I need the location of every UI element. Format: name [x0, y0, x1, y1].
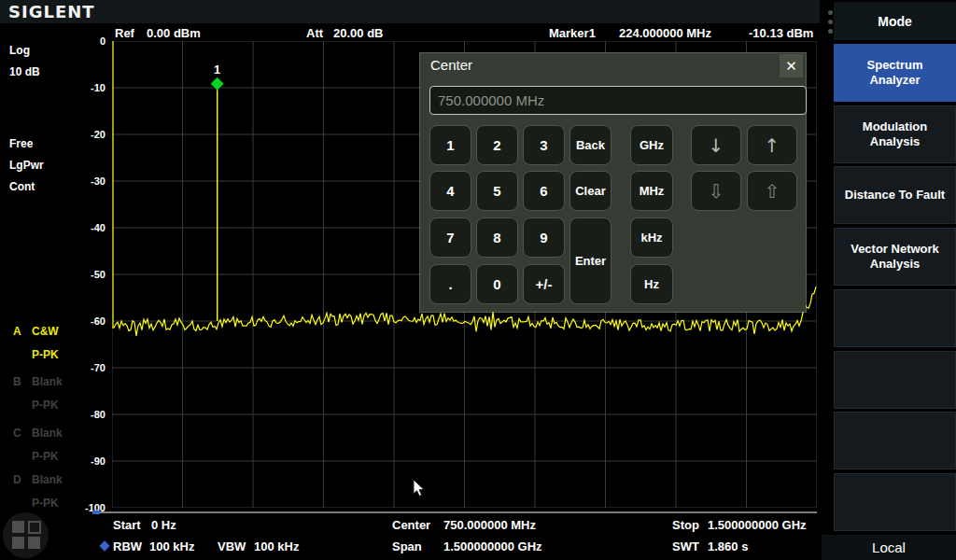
y-axis-label: -50 — [54, 269, 105, 280]
softkey-blank-button[interactable] — [834, 473, 956, 531]
handle-dot-icon — [828, 20, 833, 24]
ref-level-value: 0.00 dBm — [147, 26, 201, 41]
ref-level-label: Ref — [115, 26, 134, 41]
rbw-value: 100 kHz — [149, 539, 194, 553]
arrow-up-icon[interactable]: ↑ — [747, 125, 797, 165]
stop-freq-value: 1.500000000 GHz — [708, 518, 807, 532]
y-axis-label: -70 — [54, 362, 105, 373]
arrow-up-outline-icon[interactable]: ⇧ — [747, 171, 797, 211]
separator-line — [100, 511, 817, 513]
handle-dot-icon — [828, 10, 833, 15]
trace-d-type: Blank — [32, 473, 63, 486]
attenuation-value: 20.00 dB — [333, 26, 383, 41]
attenuation-label: Att — [306, 26, 323, 41]
key-4[interactable]: 4 — [429, 171, 471, 211]
scale-div-label: 10 dB — [9, 65, 40, 78]
softkey-blank-button[interactable] — [834, 289, 956, 347]
vbw-label: VBW — [218, 539, 246, 553]
key-clear[interactable]: Clear — [569, 171, 612, 211]
scale-type-label: Log — [9, 44, 30, 57]
sweep-time-value: 1.860 s — [708, 539, 748, 553]
key-0[interactable]: 0 — [476, 264, 518, 304]
marker-label: Marker1 — [549, 26, 596, 41]
local-button[interactable]: Local — [822, 535, 956, 560]
marker-amplitude: -10.13 dBm — [749, 26, 813, 41]
key-7[interactable]: 7 — [429, 217, 471, 258]
mode-modulation-analysis-button[interactable]: Modulation Analysis — [834, 105, 956, 163]
dialog-title: Center — [430, 57, 472, 73]
arrow-down-icon[interactable]: ↓ — [691, 125, 741, 165]
key-unit-khz[interactable]: kHz — [630, 217, 673, 258]
close-icon[interactable]: ✕ — [780, 54, 803, 77]
sweep-time-label: SWT — [672, 539, 699, 553]
marker-frequency: 224.000000 MHz — [619, 26, 711, 41]
mode-spectrum-analyzer-button[interactable]: Spectrum Analyzer — [834, 44, 956, 102]
softkey-blank-button[interactable] — [834, 412, 956, 469]
trace-a-id: A — [13, 325, 21, 338]
vbw-value: 100 kHz — [254, 539, 299, 553]
key-unit-mhz[interactable]: MHz — [630, 171, 673, 211]
grid-square-icon — [28, 537, 40, 549]
span-label: Span — [392, 539, 422, 553]
start-freq-value: 0 Hz — [151, 518, 176, 532]
y-axis-label: -10 — [54, 82, 105, 93]
key-6[interactable]: 6 — [523, 171, 565, 211]
center-freq-value: 750.000000 MHz — [443, 518, 536, 532]
trace-c-type: Blank — [32, 427, 63, 440]
rbw-label: RBW — [113, 539, 142, 553]
detector-label: LgPwr — [9, 159, 44, 172]
frequency-input[interactable] — [429, 86, 807, 115]
key-2[interactable]: 2 — [476, 125, 518, 165]
key-5[interactable]: 5 — [476, 171, 518, 211]
y-axis-label: -80 — [54, 409, 105, 420]
softkey-blank-button[interactable] — [834, 351, 956, 409]
handle-dot-icon — [828, 29, 833, 34]
trace-c-id: C — [13, 427, 21, 440]
siglent-logo: SIGLENT — [8, 2, 95, 21]
key-3[interactable]: 3 — [523, 125, 565, 165]
trace-b-type: Blank — [32, 375, 63, 388]
y-axis-label: -30 — [54, 175, 105, 187]
center-frequency-dialog: Center ✕ 1 2 3 Back GHz ↓ ↑ 4 5 6 Clear … — [420, 53, 806, 312]
trace-a-detector: P-PK — [32, 348, 59, 361]
key-unit-hz[interactable]: Hz — [630, 264, 673, 304]
key-unit-ghz[interactable]: GHz — [630, 125, 673, 165]
trace-a-type: C&W — [32, 325, 59, 338]
mode-menu-header: Mode — [834, 2, 956, 40]
y-axis-label: -90 — [54, 455, 105, 467]
sweep-mode-label: Cont — [9, 180, 35, 193]
key-9[interactable]: 9 — [523, 217, 565, 258]
grid-square-icon — [12, 521, 24, 533]
rbw-coupled-icon — [99, 540, 109, 551]
start-freq-label: Start — [113, 518, 141, 532]
grid-square-outline-icon — [28, 521, 41, 534]
y-axis-label: -20 — [54, 129, 105, 140]
key-dot[interactable]: . — [429, 264, 471, 304]
trace-d-id: D — [13, 473, 21, 486]
y-axis-label: 0 — [54, 35, 105, 47]
key-back[interactable]: Back — [569, 125, 612, 165]
trace-b-id: B — [13, 375, 21, 388]
y-axis-label: -40 — [54, 222, 105, 233]
span-value: 1.500000000 GHz — [443, 539, 542, 553]
trigger-label: Free — [9, 137, 33, 150]
key-8[interactable]: 8 — [476, 217, 518, 258]
arrow-down-outline-icon[interactable]: ⇩ — [691, 171, 741, 211]
key-plusminus[interactable]: +/- — [523, 264, 565, 304]
grid-square-icon — [12, 537, 24, 549]
separator-tick — [92, 511, 100, 514]
key-enter[interactable]: Enter — [569, 217, 612, 304]
stop-freq-label: Stop — [672, 518, 699, 532]
mode-menu-sidebar: Mode Spectrum Analyzer Modulation Analys… — [820, 0, 956, 560]
y-axis-label: -60 — [54, 315, 105, 327]
mode-vector-network-analysis-button[interactable]: Vector Network Analysis — [834, 228, 956, 286]
home-menu-icon[interactable] — [3, 512, 49, 558]
svg-text:1: 1 — [214, 63, 220, 77]
top-logo-bar: SIGLENT — [0, 0, 956, 23]
mode-distance-to-fault-button[interactable]: Distance To Fault — [834, 166, 956, 224]
key-1[interactable]: 1 — [429, 125, 471, 165]
center-freq-label: Center — [392, 518, 430, 532]
